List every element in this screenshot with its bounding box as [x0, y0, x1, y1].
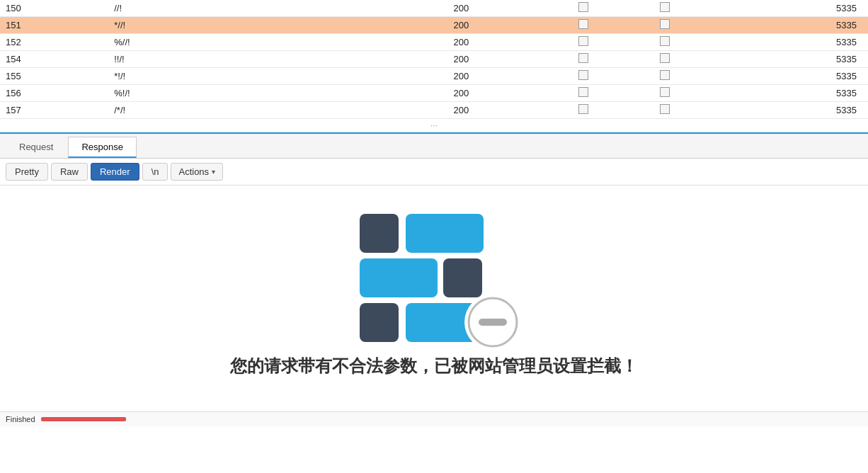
blocked-icon: [360, 214, 508, 338]
row-status: 200: [379, 34, 542, 51]
blocked-message: 您的请求带有不合法参数，已被网站管理员设置拦截！: [230, 355, 638, 377]
row-check2[interactable]: [624, 17, 705, 34]
row-check1[interactable]: [542, 85, 624, 102]
render-button[interactable]: Render: [91, 163, 139, 181]
row-length: 5335: [705, 85, 868, 102]
request-table: 150 //! 200 5335 151 *//! 200 5335 152 %…: [0, 0, 868, 134]
response-toolbar: Pretty Raw Render \n Actions ▾: [0, 159, 868, 186]
row-path: *//!: [108, 17, 379, 34]
table-row[interactable]: 150 //! 200 5335: [0, 0, 868, 17]
svg-rect-1: [479, 319, 507, 326]
row-status: 200: [379, 102, 542, 119]
row-num: 150: [0, 0, 108, 17]
block-blue-1: [406, 214, 484, 253]
row-length: 5335: [705, 68, 868, 85]
row-status: 200: [379, 85, 542, 102]
row-path: /*/!: [108, 102, 379, 119]
finished-label: Finished: [6, 415, 35, 423]
block-dark-1: [360, 214, 399, 253]
row-path: *!/!: [108, 68, 379, 85]
block-blue-2: [360, 258, 438, 297]
row-check2[interactable]: [624, 85, 705, 102]
row-num: 151: [0, 17, 108, 34]
actions-label: Actions: [178, 166, 209, 177]
row-status: 200: [379, 68, 542, 85]
table-row[interactable]: 152 %//! 200 5335: [0, 34, 868, 51]
table-row[interactable]: 155 *!/! 200 5335: [0, 68, 868, 85]
row-check1[interactable]: [542, 34, 624, 51]
row-num: 156: [0, 85, 108, 102]
scroll-dots: ···: [0, 119, 868, 132]
no-entry-bg: [464, 294, 521, 351]
row-num: 154: [0, 51, 108, 68]
row-path: !!/!: [108, 51, 379, 68]
row-status: 200: [379, 51, 542, 68]
table-row[interactable]: 156 %!/! 200 5335: [0, 85, 868, 102]
block-dark-2: [443, 258, 482, 297]
row-num: 155: [0, 68, 108, 85]
block-dark-3: [360, 303, 399, 342]
row-check2[interactable]: [624, 51, 705, 68]
row-path: //!: [108, 0, 379, 17]
render-area: 您的请求带有不合法参数，已被网站管理员设置拦截！: [0, 186, 868, 426]
row-check2[interactable]: [624, 102, 705, 119]
row-length: 5335: [705, 17, 868, 34]
actions-dropdown[interactable]: Actions ▾: [171, 163, 223, 181]
row-status: 200: [379, 17, 542, 34]
row-status: 200: [379, 0, 542, 17]
tabs-bar: Request Response: [0, 134, 868, 159]
newline-button[interactable]: \n: [142, 163, 169, 181]
row-num: 157: [0, 102, 108, 119]
row-check1[interactable]: [542, 102, 624, 119]
raw-button[interactable]: Raw: [51, 163, 88, 181]
row-check1[interactable]: [542, 51, 624, 68]
row-check2[interactable]: [624, 0, 705, 17]
row-path: %!/!: [108, 85, 379, 102]
row-check1[interactable]: [542, 68, 624, 85]
row-length: 5335: [705, 34, 868, 51]
tab-response[interactable]: Response: [68, 137, 137, 158]
row-length: 5335: [705, 51, 868, 68]
chevron-down-icon: ▾: [212, 168, 215, 176]
pretty-button[interactable]: Pretty: [6, 163, 48, 181]
row-length: 5335: [705, 0, 868, 17]
table-row[interactable]: 151 *//! 200 5335: [0, 17, 868, 34]
row-num: 152: [0, 34, 108, 51]
table-row[interactable]: 154 !!/! 200 5335: [0, 51, 868, 68]
row-check2[interactable]: [624, 68, 705, 85]
row-length: 5335: [705, 102, 868, 119]
tab-request[interactable]: Request: [6, 137, 67, 158]
row-check1[interactable]: [542, 17, 624, 34]
no-entry-icon: [467, 297, 518, 348]
table-row[interactable]: 157 /*/! 200 5335: [0, 102, 868, 119]
progress-bar: [41, 417, 126, 421]
status-bar: Finished: [0, 411, 868, 426]
row-check2[interactable]: [624, 34, 705, 51]
row-check1[interactable]: [542, 0, 624, 17]
row-path: %//!: [108, 34, 379, 51]
